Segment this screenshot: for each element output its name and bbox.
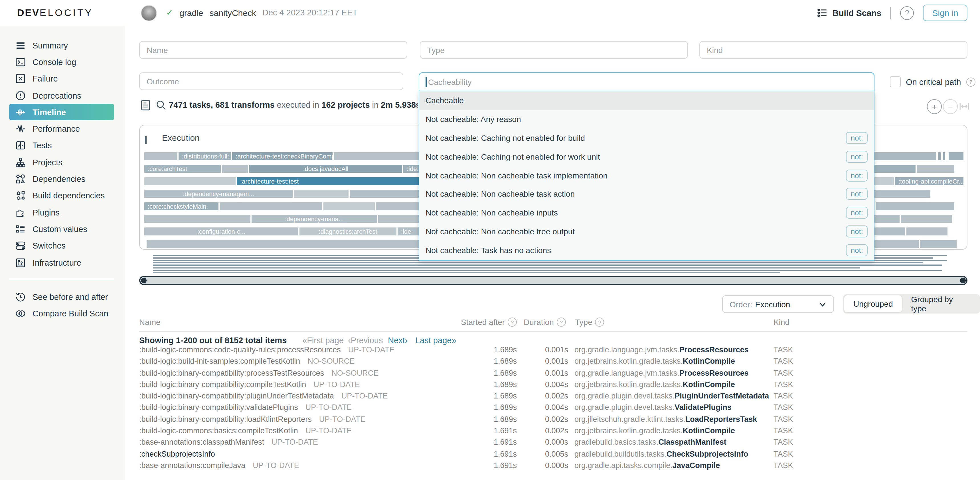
timeline-bar[interactable] (920, 240, 957, 248)
name-filter-input[interactable] (139, 41, 407, 59)
timeline-bar[interactable] (144, 152, 177, 160)
timeline-bar[interactable] (907, 227, 948, 236)
timeline-bar-core-archtest[interactable]: :core:archTest (144, 165, 221, 173)
timeline-bar-docs-javadocall[interactable]: :docs:javadocAll (249, 165, 402, 173)
sidebar-item-plugins[interactable]: Plugins (9, 204, 114, 221)
timeline-bar[interactable] (873, 227, 905, 236)
timeline-bar-tooling-api-compilecr[interactable]: :tooling-api:compileCr... (895, 177, 964, 185)
type-filter-input[interactable] (420, 41, 688, 59)
timeline-bar[interactable] (144, 215, 250, 223)
not-filter-button[interactable]: not: (846, 151, 868, 163)
dropdown-option-not-cacheable-any-reason[interactable]: Not cacheable: Any reason (419, 110, 874, 129)
dropdown-option-not-cacheable-non-cacheable-task-action[interactable]: Not cacheable: Non cacheable task action… (419, 185, 874, 204)
not-filter-button[interactable]: not: (846, 188, 868, 200)
type-help-icon[interactable]: ? (595, 318, 605, 327)
timeline-bar[interactable] (294, 190, 348, 198)
sidebar-item-custom-values[interactable]: Custom values (9, 221, 114, 238)
scrollbar-right-handle[interactable] (960, 277, 966, 284)
sidebar-item-build-dependencies[interactable]: Build dependencies (9, 187, 114, 204)
table-row[interactable]: :checkSubprojectsInfo1.691s0.005sgradleb… (139, 450, 967, 461)
timeline-bar-dependency-managem[interactable]: :dependency-managem... (144, 190, 293, 198)
task-name[interactable]: :build-logic:binary-compatibility:compil… (139, 380, 360, 389)
dropdown-option-cacheable[interactable]: Cacheable (419, 91, 874, 110)
help-icon[interactable]: ? (900, 6, 914, 20)
timeline-bar-architecture-test-checkbinarycompati[interactable]: :architecture-test:checkBinaryCompati... (232, 152, 332, 160)
task-name[interactable]: :build-logic:build-init-samples:compileT… (139, 357, 355, 366)
last-page-link[interactable]: Last page» (415, 336, 457, 345)
on-critical-path-checkbox[interactable] (890, 76, 901, 87)
timeline-bar[interactable] (943, 152, 945, 160)
task-name[interactable]: :build-logic:binary-compatibility:loadKt… (139, 415, 365, 423)
critical-path-help-icon[interactable]: ? (966, 77, 975, 86)
order-select[interactable]: Order: Execution (722, 295, 834, 313)
build-scans-link[interactable]: Build Scans (817, 8, 881, 18)
task-name[interactable]: :build-logic:binary-compatibility:proces… (139, 369, 379, 377)
first-page-link[interactable]: «First page (302, 336, 344, 345)
not-filter-button[interactable]: not: (846, 132, 868, 144)
table-row[interactable]: :build-logic:binary-compatibility:loadKt… (139, 415, 967, 427)
scrollbar-left-handle[interactable] (141, 277, 146, 284)
timeline-bar[interactable] (220, 202, 322, 211)
timeline-bar-distributions-full[interactable]: :distributions-full:... (178, 152, 231, 160)
sidebar-item-compare-build-scan[interactable]: ACompare Build Scan (9, 305, 114, 322)
zoom-in-button[interactable]: + (927, 99, 942, 114)
timeline-range-scrollbar[interactable] (139, 276, 967, 285)
sidebar-item-summary[interactable]: Summary (9, 37, 114, 54)
task-name[interactable]: :base-annotations:compileJavaUP-TO-DATE (139, 461, 299, 470)
timeline-bar[interactable] (949, 152, 964, 160)
column-kind[interactable]: Kind (773, 318, 789, 327)
column-type[interactable]: Type? (575, 318, 605, 327)
duration-help-icon[interactable]: ? (557, 318, 566, 327)
timeline-bar[interactable] (222, 165, 248, 173)
dropdown-option-not-cacheable-task-has-no-actions[interactable]: Not cacheable: Task has no actionsnot: (419, 241, 874, 260)
next-page-link[interactable]: Next› (388, 336, 407, 345)
dropdown-option-not-cacheable-non-cacheable-tree-output[interactable]: Not cacheable: Non cacheable tree output… (419, 222, 874, 241)
sidebar-item-infrastructure[interactable]: Infrastructure (9, 254, 114, 271)
timeline-bar-core-checkstylemain[interactable]: :core:checkstyleMain (144, 202, 218, 211)
outcome-filter-input[interactable] (139, 72, 403, 90)
grouped-by-type-button[interactable]: Grouped by type (902, 295, 979, 312)
sidebar-item-console-log[interactable]: Console log (9, 54, 114, 71)
search-icon[interactable] (156, 100, 167, 111)
task-name[interactable]: :build-logic:binary-compatibility:valida… (139, 403, 352, 412)
sidebar-item-projects[interactable]: Projects (9, 154, 114, 171)
develocity-logo[interactable]: DEVELOCITY (17, 8, 93, 19)
timeline-bar[interactable] (873, 190, 931, 198)
timeline-bar[interactable] (901, 215, 952, 223)
task-name[interactable]: :build-logic:binary-compatibility:plugin… (139, 391, 388, 400)
timeline-bar-diagnostics-archtest[interactable]: :diagnostics:archTest (299, 227, 396, 236)
sidebar-item-failure[interactable]: Failure (9, 70, 114, 87)
task-name[interactable]: :checkSubprojectsInfo (139, 450, 215, 458)
table-row[interactable]: :build-logic:binary-compatibility:plugin… (139, 391, 967, 403)
not-filter-button[interactable]: not: (846, 244, 868, 256)
timeline-bar[interactable] (323, 202, 375, 211)
sidebar-item-timeline[interactable]: Timeline (9, 104, 114, 120)
sidebar-item-switches[interactable]: Switches (9, 238, 114, 254)
ungrouped-button[interactable]: Ungrouped (844, 295, 902, 312)
dropdown-option-not-cacheable-non-cacheable-inputs[interactable]: Not cacheable: Non cacheable inputsnot: (419, 204, 874, 222)
not-filter-button[interactable]: not: (846, 225, 868, 238)
table-row[interactable]: :build-logic:binary-compatibility:proces… (139, 369, 967, 380)
timeline-bar[interactable] (917, 165, 955, 173)
task-name[interactable]: :build-logic-commons:basics:compileTestK… (139, 426, 352, 435)
column-started-after[interactable]: Started after? (461, 318, 517, 327)
dropdown-option-not-cacheable-caching-not-enabled-for-build[interactable]: Not cacheable: Caching not enabled for b… (419, 128, 874, 147)
sidebar-item-deprecations[interactable]: Deprecations (9, 87, 114, 104)
avatar[interactable] (141, 5, 157, 21)
table-row[interactable]: :build-logic:binary-compatibility:compil… (139, 380, 967, 392)
zoom-fit-button[interactable] (959, 101, 970, 112)
timeline-bar[interactable] (872, 215, 900, 223)
table-row[interactable]: :build-logic-commons:code-quality-rules:… (139, 345, 967, 357)
sidebar-item-tests[interactable]: Tests (9, 138, 114, 154)
table-row[interactable]: :base-annotations:compileJavaUP-TO-DATE1… (139, 461, 967, 473)
timeline-bar[interactable] (144, 177, 235, 185)
not-filter-button[interactable]: not: (846, 170, 868, 181)
column-duration[interactable]: Duration? (523, 318, 566, 327)
table-row[interactable]: :build-logic-commons:basics:compileTestK… (139, 426, 967, 438)
timeline-bar-dependency-mana[interactable]: :dependency-mana... (251, 215, 377, 223)
table-row[interactable]: :build-logic:build-init-samples:compileT… (139, 357, 967, 369)
task-name[interactable]: :build-logic-commons:code-quality-rules:… (139, 345, 395, 354)
cacheability-filter-input[interactable]: Cacheability (419, 72, 875, 91)
timeline-bar-configuration-c[interactable]: :configuration-c... (144, 227, 298, 236)
sign-in-button[interactable]: Sign in (923, 5, 967, 21)
